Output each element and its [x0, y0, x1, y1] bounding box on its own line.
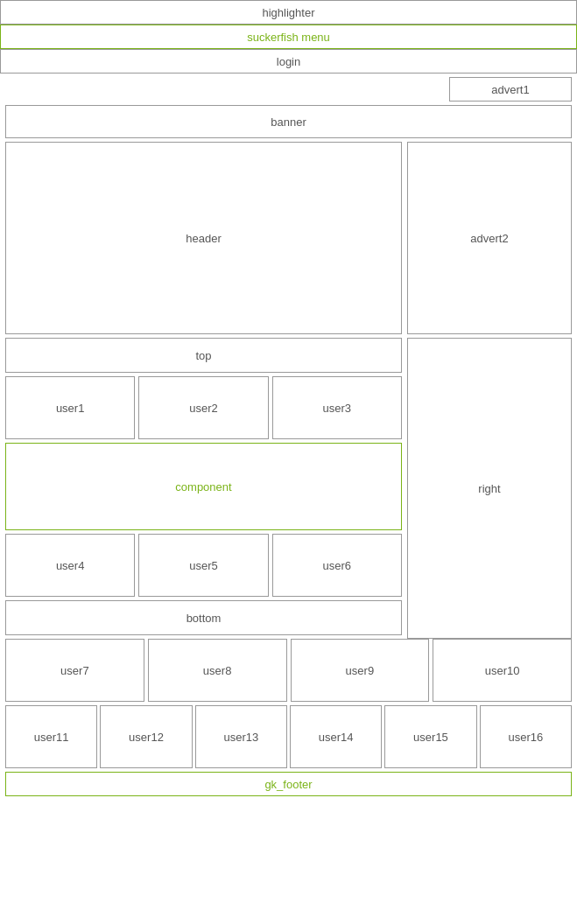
user7-label: user7 — [60, 664, 89, 677]
highlighter-bar: highlighter — [0, 0, 577, 24]
user4-label: user4 — [56, 559, 85, 572]
highlighter-label: highlighter — [263, 6, 315, 19]
user12-block: user12 — [100, 705, 192, 768]
banner-label: banner — [271, 116, 306, 129]
banner-row: banner — [0, 105, 577, 138]
user9-label: user9 — [346, 664, 375, 677]
user3-block: user3 — [272, 376, 402, 439]
right-block: right — [407, 338, 572, 639]
gk-footer-block: gk_footer — [5, 772, 572, 796]
user13-block: user13 — [195, 705, 287, 768]
bottom-block: bottom — [5, 600, 402, 635]
gk-footer-label: gk_footer — [264, 778, 312, 791]
login-bar: login — [0, 49, 577, 74]
right-column: right — [407, 338, 572, 639]
header-advert2-row: header advert2 — [0, 142, 577, 334]
user14-label: user14 — [319, 731, 354, 744]
user6-label: user6 — [323, 559, 352, 572]
user8-label: user8 — [203, 664, 232, 677]
user15-label: user15 — [413, 731, 448, 744]
user14-block: user14 — [290, 705, 382, 768]
top-block: top — [5, 338, 402, 373]
user9-block: user9 — [291, 639, 430, 702]
user1-label: user1 — [56, 402, 85, 415]
user10-label: user10 — [485, 664, 520, 677]
advert2-label: advert2 — [470, 232, 508, 245]
user11-label: user11 — [34, 731, 69, 744]
user12-label: user12 — [129, 731, 164, 744]
user16-block: user16 — [480, 705, 572, 768]
user11-block: user11 — [5, 705, 97, 768]
user2-block: user2 — [138, 376, 268, 439]
user3-label: user3 — [323, 402, 352, 415]
user5-block: user5 — [138, 534, 268, 597]
user8-block: user8 — [148, 639, 287, 702]
user7-block: user7 — [5, 639, 144, 702]
top-label: top — [195, 349, 211, 362]
user-row-2: user4 user5 user6 — [5, 534, 402, 597]
right-label: right — [478, 482, 500, 495]
advert1-block: advert1 — [449, 77, 572, 102]
user2-label: user2 — [189, 402, 218, 415]
user10-block: user10 — [433, 639, 572, 702]
header-block: header — [5, 142, 402, 334]
gk-footer-row: gk_footer — [0, 772, 577, 796]
left-column: top user1 user2 user3 component user4 us… — [5, 338, 402, 639]
user13-label: user13 — [223, 731, 258, 744]
user1-block: user1 — [5, 376, 135, 439]
bottom-users-section: user7 user8 user9 user10 user11 user12 u… — [0, 639, 577, 768]
login-label: login — [277, 55, 300, 68]
user-row-1: user1 user2 user3 — [5, 376, 402, 439]
header-label: header — [186, 232, 221, 245]
advert1-row: advert1 — [0, 74, 577, 105]
component-label: component — [175, 480, 231, 494]
suckerfish-menu-bar[interactable]: suckerfish menu — [0, 24, 577, 49]
user5-label: user5 — [189, 559, 218, 572]
component-block: component — [5, 443, 402, 530]
suckerfish-label: suckerfish menu — [247, 31, 330, 44]
main-area: top user1 user2 user3 component user4 us… — [0, 338, 577, 639]
user4-block: user4 — [5, 534, 135, 597]
advert1-label: advert1 — [491, 83, 529, 96]
advert2-block: advert2 — [407, 142, 572, 334]
user-row-4: user11 user12 user13 user14 user15 user1… — [5, 705, 572, 768]
bottom-label: bottom — [186, 612, 222, 625]
banner-block: banner — [5, 105, 572, 138]
user6-block: user6 — [272, 534, 402, 597]
user-row-3: user7 user8 user9 user10 — [5, 639, 572, 702]
user15-block: user15 — [384, 705, 476, 768]
user16-label: user16 — [508, 731, 543, 744]
